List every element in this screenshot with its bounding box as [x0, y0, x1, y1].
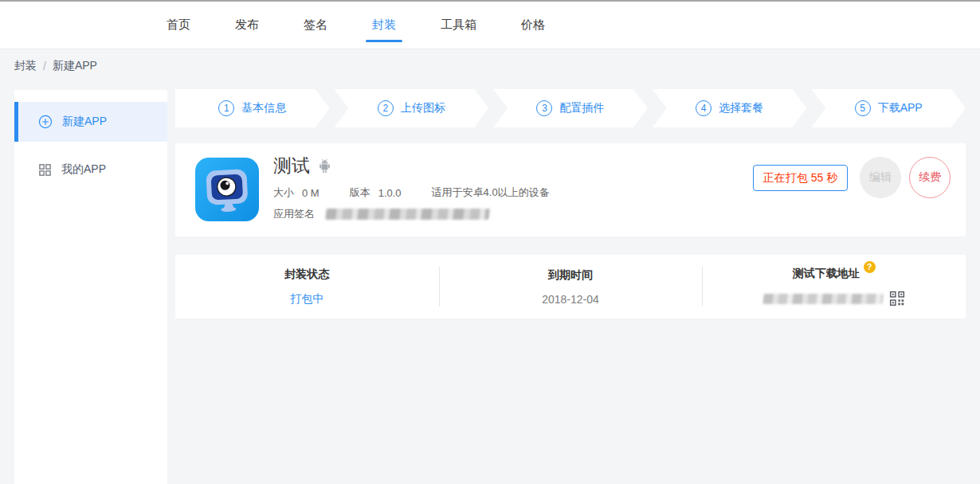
breadcrumb-section[interactable]: 封装 [14, 59, 37, 73]
edit-button[interactable]: 编辑 [860, 157, 901, 198]
signature-value-redacted [325, 209, 489, 220]
renew-button[interactable]: 续费 [909, 157, 951, 198]
step-label: 配置插件 [559, 101, 604, 115]
signature-row: 应用签名 [273, 207, 550, 221]
step-number-badge: 3 [536, 100, 552, 116]
nav-item-home[interactable]: 首页 [159, 2, 198, 49]
step-number-badge: 2 [378, 100, 394, 116]
expiry-date: 2018-12-04 [542, 293, 599, 306]
version-label: 版本 [350, 185, 370, 200]
sidebar-item-label: 新建APP [62, 115, 107, 129]
nav-item-pricing[interactable]: 价格 [514, 2, 552, 49]
app-card: 测试 大小 0 M 版本 1.0.0 适用于安卓4. [175, 143, 966, 236]
app-info: 测试 大小 0 M 版本 1.0.0 适用于安卓4. [273, 154, 550, 221]
qr-code-icon[interactable] [889, 291, 905, 306]
android-icon [317, 158, 332, 174]
size-value: 0 M [302, 187, 319, 199]
expiry-column: 到期时间 2018-12-04 [439, 255, 703, 318]
sidebar-item-my-app[interactable]: 我的APP [14, 150, 167, 189]
question-badge-icon[interactable]: ? [864, 261, 876, 273]
step-download-app[interactable]: 5 下载APP [811, 89, 966, 127]
app-meta: 大小 0 M 版本 1.0.0 适用于安卓4.0以上的设备 [273, 185, 550, 200]
step-label: 选择套餐 [719, 101, 763, 115]
app-title: 测试 [273, 154, 310, 178]
packing-status-button[interactable]: 正在打包 55 秒 [753, 165, 848, 191]
step-basic-info[interactable]: 1 基本信息 [175, 89, 330, 127]
package-status-value: 打包中 [290, 292, 323, 306]
grid-icon [38, 163, 52, 177]
sidebar: 新建APP 我的APP [14, 90, 167, 484]
version-value: 1.0.0 [378, 187, 402, 199]
breadcrumb-separator: / [43, 60, 46, 72]
download-url-redacted[interactable] [762, 294, 883, 304]
nav-item-toolbox[interactable]: 工具箱 [433, 2, 484, 49]
compatibility-text: 适用于安卓4.0以上的设备 [432, 185, 550, 200]
nav-item-publish[interactable]: 发布 [228, 2, 266, 49]
expiry-header: 到期时间 [548, 268, 593, 283]
status-card: 封装状态 打包中 到期时间 2018-12-04 测试下载地址 ? [175, 255, 966, 318]
step-upload-icon[interactable]: 2 上传图标 [335, 89, 489, 127]
step-label: 基本信息 [241, 101, 286, 115]
sidebar-item-label: 我的APP [61, 162, 106, 177]
step-choose-plan[interactable]: 4 选择套餐 [653, 89, 807, 127]
breadcrumb-current: 新建APP [53, 59, 97, 73]
download-url-column: 测试下载地址 ? [702, 255, 966, 318]
app-logo [195, 158, 259, 221]
nav-item-signature[interactable]: 签名 [296, 2, 335, 49]
step-label: 上传图标 [401, 101, 445, 115]
step-configure-plugins[interactable]: 3 配置插件 [493, 89, 648, 127]
top-navbar: 首页 发布 签名 封装 工具箱 价格 [0, 2, 980, 49]
step-number-badge: 4 [696, 100, 711, 116]
nav-item-package[interactable]: 封装 [365, 2, 403, 49]
step-number-badge: 1 [218, 100, 234, 116]
plus-circle-icon [38, 115, 53, 129]
sidebar-item-new-app[interactable]: 新建APP [14, 102, 167, 142]
size-label: 大小 [273, 185, 294, 200]
step-label: 下载APP [878, 101, 923, 115]
breadcrumb: 封装 / 新建APP [14, 59, 97, 73]
step-wizard: 1 基本信息 2 上传图标 3 配置插件 4 选择套餐 5 下载APP [175, 89, 966, 127]
package-status-column: 封装状态 打包中 [175, 255, 439, 318]
download-url-header: 测试下载地址 [793, 267, 860, 281]
signature-label: 应用签名 [273, 207, 315, 221]
package-status-header: 封装状态 [284, 267, 329, 282]
step-number-badge: 5 [855, 100, 871, 116]
